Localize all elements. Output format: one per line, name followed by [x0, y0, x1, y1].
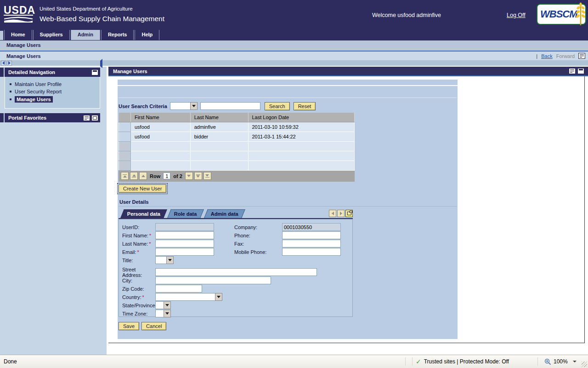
col-last-logon-date[interactable]: Last Logon Date [248, 113, 355, 122]
user-details-tabstrip: Personal data Role data Admin data [119, 209, 353, 219]
title-bar: USDA United States Department of Agricul… [0, 0, 588, 29]
page-up-icon[interactable] [130, 172, 138, 180]
panel-collapse-icon[interactable] [577, 68, 584, 74]
tab-admin[interactable]: Admin [71, 30, 100, 40]
wbscm-logo-text: WBSCM [540, 8, 577, 20]
title-select[interactable] [155, 256, 174, 264]
prev-row-icon[interactable] [139, 172, 147, 180]
row-selector [119, 161, 131, 170]
email-field[interactable] [155, 248, 214, 256]
usda-swoosh-icon [4, 17, 33, 23]
chevron-down-icon[interactable] [164, 310, 171, 317]
title-label: Title: [122, 258, 155, 263]
sidebar-item-user-security-report[interactable]: User Security Report [5, 88, 100, 95]
tab-home[interactable]: Home [4, 30, 32, 40]
cell-last-logon[interactable]: 2011-03-10 10:59:32 [248, 122, 355, 132]
page-down-icon[interactable] [194, 172, 202, 180]
mobile-phone-field[interactable] [282, 248, 341, 256]
statusbar-separator [405, 357, 406, 366]
col-last-name[interactable]: Last Name [190, 113, 248, 122]
last-name-label: Last Name:* [122, 241, 155, 247]
tab-scroll-left-icon[interactable] [329, 210, 336, 217]
last-name-field[interactable] [155, 240, 214, 247]
row-selector[interactable] [119, 132, 131, 141]
street-address-field[interactable] [155, 268, 317, 276]
log-off-link[interactable]: Log Off [507, 12, 526, 18]
cancel-button[interactable]: Cancel [141, 322, 166, 330]
cell-first-name[interactable]: usfood [130, 122, 190, 132]
last-row-icon[interactable] [204, 172, 211, 180]
first-row-icon[interactable] [121, 172, 129, 180]
favorites-options-icon[interactable] [83, 115, 90, 121]
maximize-panel-icon[interactable] [91, 115, 98, 121]
zip-code-field[interactable] [155, 285, 202, 293]
page-options-icon[interactable] [578, 53, 585, 59]
tab-suppliers[interactable]: Suppliers [33, 30, 70, 40]
row-number-input[interactable] [163, 172, 170, 179]
next-row-icon[interactable] [185, 172, 193, 180]
second-level-nav[interactable]: Manage Users [0, 40, 588, 51]
chevron-down-icon[interactable] [166, 256, 174, 264]
zoom-control[interactable]: 100% [544, 358, 577, 365]
chevron-down-icon[interactable] [164, 301, 171, 309]
page-title: Manage Users [6, 53, 41, 59]
save-button[interactable]: Save [119, 322, 139, 330]
forward-link[interactable]: Forward [556, 53, 575, 59]
content-region: Detailed Navigation Maintain User Profil… [0, 60, 588, 355]
tray-toolbar [119, 86, 457, 98]
cell-last-name[interactable]: bidder [190, 132, 248, 141]
detailed-navigation-header: Detailed Navigation [5, 68, 100, 77]
search-query-input[interactable] [200, 102, 260, 110]
country-label: Country:* [122, 294, 155, 300]
col-first-name[interactable]: First Name [130, 113, 190, 122]
cell-last-name[interactable]: adminfive [190, 122, 248, 132]
tab-personal-data[interactable]: Personal data [120, 209, 167, 218]
tab-reports[interactable]: Reports [101, 30, 134, 40]
tab-help[interactable]: Help [135, 30, 159, 40]
tab-role-data[interactable]: Role data [167, 209, 204, 218]
panel-options-icon[interactable] [569, 68, 576, 74]
collapse-panel-icon[interactable] [91, 69, 98, 75]
row-selector[interactable] [119, 122, 131, 132]
tab-scroll-right-icon[interactable] [337, 210, 345, 217]
cell-first-name[interactable]: usfood [130, 132, 190, 141]
time-zone-select[interactable] [155, 310, 171, 317]
time-zone-label: Time Zone: [122, 311, 155, 316]
fax-field[interactable] [282, 240, 341, 247]
back-link[interactable]: Back [541, 53, 552, 59]
cell-last-logon[interactable]: 2011-03-1 15:44:22 [248, 132, 355, 141]
bullet-icon [10, 83, 11, 85]
pane-collapse-icon[interactable] [100, 61, 102, 66]
create-new-user-button[interactable]: Create New User [119, 184, 166, 193]
reset-button[interactable]: Reset [294, 102, 316, 110]
sidebar-item-maintain-user-profile[interactable]: Maintain User Profile [5, 80, 100, 88]
row-selector [119, 151, 131, 161]
first-name-label: First Name:* [122, 233, 155, 238]
tab-admin-data[interactable]: Admin data [204, 209, 245, 218]
history-separator: | [536, 53, 537, 59]
phone-field[interactable] [282, 231, 341, 239]
chevron-down-icon[interactable] [190, 102, 198, 110]
zoom-level: 100% [554, 358, 568, 365]
portal-favorites-title: Portal Favorites [8, 115, 46, 121]
sidebar-item-manage-users[interactable]: Manage Users [5, 95, 100, 104]
city-field[interactable] [155, 276, 271, 284]
userid-field [155, 223, 214, 231]
search-criteria-select[interactable] [170, 102, 198, 110]
detach-window-icon[interactable] [345, 210, 353, 217]
table-pager: Row of 2 [119, 171, 355, 182]
chevron-down-icon[interactable] [215, 293, 222, 301]
agency-name: United States Department of Agriculture [40, 6, 164, 12]
portal-favorites-header: Portal Favorites [5, 113, 100, 122]
city-label: City: [122, 278, 155, 283]
scroll-right-icon[interactable] [7, 61, 12, 66]
search-button[interactable]: Search [265, 102, 290, 110]
country-select[interactable] [155, 293, 222, 301]
state-province-select[interactable] [155, 301, 171, 309]
scroll-left-icon[interactable] [1, 61, 6, 66]
first-name-field[interactable] [155, 231, 214, 239]
phone-label: Phone: [234, 233, 282, 238]
search-criteria-label: User Search Criteria [119, 104, 167, 109]
resize-grip[interactable] [582, 362, 587, 367]
table-header-row: First Name Last Name Last Logon Date [119, 113, 355, 122]
